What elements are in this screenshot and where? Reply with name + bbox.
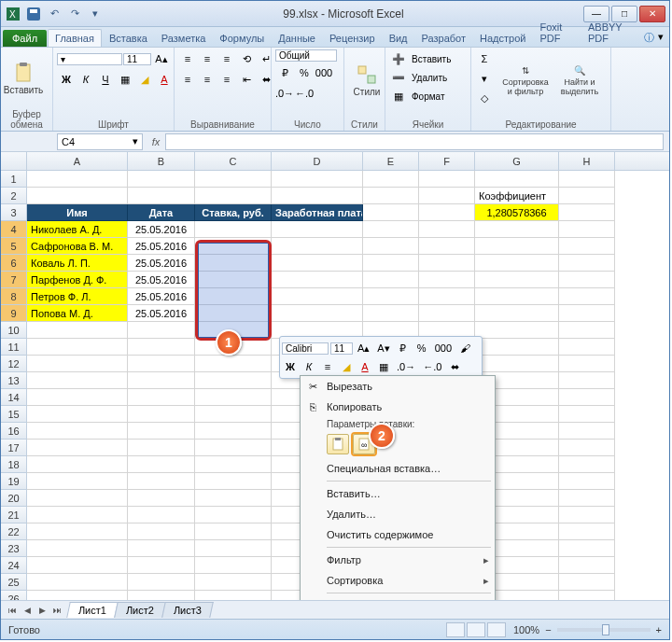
format-cells-icon[interactable]: ▦	[389, 87, 408, 105]
cell-date[interactable]: 25.05.2016	[128, 272, 195, 288]
cell-date[interactable]: 25.05.2016	[128, 238, 195, 255]
paste-button[interactable]: Вставить	[5, 49, 42, 108]
cell-salary[interactable]	[272, 305, 363, 322]
cell-salary[interactable]	[272, 221, 363, 238]
cell-date[interactable]: 25.05.2016	[128, 288, 195, 305]
cell-rate[interactable]	[195, 221, 272, 238]
tab-layout[interactable]: Разметка	[155, 30, 213, 47]
row-header[interactable]: 12	[1, 356, 27, 372]
align-top-icon[interactable]: ≡	[178, 49, 197, 68]
paste-opt-default[interactable]	[327, 434, 349, 454]
sort-filter-button[interactable]: ⇅ Сортировка и фильтр	[499, 49, 552, 111]
view-pagelayout-icon[interactable]	[467, 622, 485, 637]
cell-date[interactable]: 25.05.2016	[128, 305, 195, 322]
orientation-icon[interactable]: ⟲	[237, 49, 256, 68]
tab-view[interactable]: Вид	[383, 30, 414, 47]
row-header[interactable]: 15	[1, 406, 27, 423]
row-header[interactable]: 22	[1, 523, 27, 540]
tab-addins[interactable]: Надстрой	[473, 30, 532, 47]
cell-salary[interactable]	[272, 288, 363, 305]
row-header[interactable]: 3	[1, 204, 27, 221]
zoom-level[interactable]: 100%	[513, 624, 539, 635]
cell-name[interactable]: Попова М. Д.	[27, 305, 128, 322]
row-header[interactable]: 4	[1, 221, 27, 238]
cell-rate[interactable]	[195, 288, 272, 305]
align-center-icon[interactable]: ≡	[198, 70, 217, 89]
row-header[interactable]: 25	[1, 574, 27, 591]
formula-input[interactable]	[165, 133, 664, 150]
cell-date[interactable]: 25.05.2016	[128, 255, 195, 272]
mini-font-select[interactable]: Calibri	[282, 342, 329, 355]
find-select-button[interactable]: 🔍 Найти и выделить	[553, 49, 606, 111]
fx-icon[interactable]: fx	[147, 136, 165, 147]
row-header[interactable]: 14	[1, 389, 27, 406]
chevron-down-icon[interactable]: ▾	[133, 135, 138, 147]
tab-developer[interactable]: Разработ	[415, 30, 472, 47]
tab-insert[interactable]: Вставка	[103, 30, 154, 47]
mini-grow-icon[interactable]: A▴	[355, 340, 372, 356]
tab-home[interactable]: Главная	[48, 29, 102, 47]
cell-date[interactable]: 25.05.2016	[128, 221, 195, 238]
mini-comma-icon[interactable]: 000	[432, 340, 455, 356]
ctx-comment[interactable]: 🗨Вставить примечание	[301, 595, 495, 600]
comma-icon[interactable]: 000	[315, 63, 333, 82]
cell-name[interactable]: Николаев А. Д.	[27, 221, 128, 238]
row-header[interactable]: 9	[1, 305, 27, 322]
sheet-last-icon[interactable]: ⏭	[49, 603, 64, 618]
th-salary[interactable]: Заработная плата	[272, 204, 363, 221]
zoom-slider[interactable]	[557, 628, 651, 632]
bold-button[interactable]: Ж	[57, 70, 76, 89]
coef-value-cell[interactable]: 1,280578366	[475, 204, 559, 221]
cell-salary[interactable]	[272, 272, 363, 288]
ctx-paste-special[interactable]: Специальная вставка…	[301, 458, 495, 479]
sheet-tab-3[interactable]: Лист3	[161, 602, 214, 618]
clear-icon[interactable]: ◇	[475, 89, 494, 107]
col-header-A[interactable]: A	[27, 152, 128, 170]
row-header[interactable]: 16	[1, 423, 27, 440]
row-header[interactable]: 1	[1, 171, 27, 188]
currency-icon[interactable]: ₽	[275, 63, 294, 82]
zoom-out-icon[interactable]: −	[545, 624, 551, 635]
mini-merge-icon[interactable]: ⬌	[446, 358, 463, 375]
col-header-D[interactable]: D	[272, 152, 363, 170]
delete-cells-icon[interactable]: ➖	[389, 68, 408, 87]
cell-salary[interactable]	[272, 238, 363, 255]
row-header[interactable]: 5	[1, 238, 27, 255]
name-box[interactable]: C4▾	[57, 133, 143, 150]
zoom-in-icon[interactable]: +	[656, 624, 662, 635]
fill-color-button[interactable]: ◢	[135, 70, 154, 89]
worksheet-grid[interactable]: A B C D E F G H 1 2 Коэффициент	[1, 152, 669, 600]
mini-border-icon[interactable]: ▦	[375, 358, 392, 375]
row-header[interactable]: 17	[1, 440, 27, 456]
tab-data[interactable]: Данные	[272, 30, 322, 47]
coef-label-cell[interactable]: Коэффициент	[475, 188, 559, 204]
sheet-prev-icon[interactable]: ◀	[20, 603, 35, 618]
view-normal-icon[interactable]	[446, 622, 465, 637]
th-name[interactable]: Имя	[27, 204, 128, 221]
view-pagebreak-icon[interactable]	[487, 622, 506, 637]
help-icon[interactable]: ⓘ	[644, 31, 654, 45]
mini-size-select[interactable]: 11	[330, 342, 353, 355]
align-left-icon[interactable]: ≡	[178, 70, 197, 89]
percent-icon[interactable]: %	[295, 63, 314, 82]
mini-decdec-icon[interactable]: ←.0	[420, 358, 444, 375]
mini-incdec-icon[interactable]: .0→	[394, 358, 418, 375]
zoom-thumb[interactable]	[602, 624, 609, 635]
redo-icon[interactable]: ↷	[66, 6, 83, 22]
tab-foxit[interactable]: Foxit PDF	[533, 19, 581, 47]
col-header-G[interactable]: G	[475, 152, 559, 170]
row-header[interactable]: 8	[1, 288, 27, 305]
mini-shrink-icon[interactable]: A▾	[374, 340, 392, 356]
minimize-ribbon-icon[interactable]: ▾	[658, 31, 664, 45]
dec-decimal-icon[interactable]: ←.0	[295, 84, 314, 103]
cell-rate[interactable]	[195, 238, 272, 255]
undo-icon[interactable]: ↶	[46, 6, 63, 22]
inc-decimal-icon[interactable]: .0→	[275, 84, 294, 103]
align-bot-icon[interactable]: ≡	[217, 49, 236, 68]
col-header-B[interactable]: B	[128, 152, 195, 170]
col-header-F[interactable]: F	[419, 152, 475, 170]
font-size-select[interactable]: 11	[123, 53, 151, 65]
indent-dec-icon[interactable]: ⇤	[237, 70, 256, 89]
th-date[interactable]: Дата	[128, 204, 195, 221]
border-button[interactable]: ▦	[116, 70, 134, 89]
